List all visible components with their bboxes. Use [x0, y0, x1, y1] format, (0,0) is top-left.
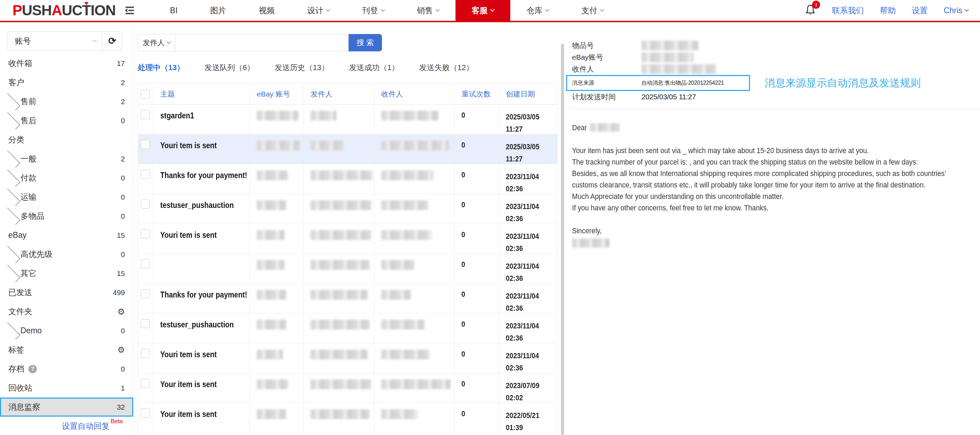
row-checkbox[interactable] [141, 289, 150, 298]
row-checkbox[interactable] [141, 110, 150, 119]
nav-link-Chris[interactable]: Chris [943, 6, 968, 15]
column-header[interactable]: 主题 [153, 84, 250, 104]
column-header[interactable]: eBay 账号 [250, 84, 304, 104]
item-count-badge: 32 [117, 403, 125, 411]
table-row[interactable]: testuser_pushauction02023/11/0402:36 [138, 314, 557, 343]
nav-item-label: 设计 [307, 5, 323, 16]
detail-label: eBay账号 [572, 53, 641, 62]
chevron-down-icon [92, 38, 97, 42]
retry-count-cell: 0 [455, 105, 499, 134]
recipient-cell [374, 164, 455, 194]
table-row[interactable]: stgarden102025/03/0511:27 [138, 105, 557, 134]
table-row[interactable]: Youri tem is sent02025/03/0511:27 [138, 134, 557, 164]
row-checkbox[interactable] [141, 319, 150, 328]
column-header[interactable]: 创建日期 [499, 84, 557, 104]
table-row[interactable]: 02023/11/0402:36 [138, 254, 557, 284]
sidebar-item-消息监察[interactable]: 消息监察32 [0, 397, 133, 417]
nav-link-设置[interactable]: 设置 [912, 5, 928, 16]
item-count-badge: 499 [113, 288, 125, 297]
chevron-right-icon [8, 112, 15, 130]
sidebar-item-一般[interactable]: 一般2 [0, 149, 133, 168]
nav-item-销售[interactable]: 销售 [401, 0, 455, 21]
nav-link-帮助[interactable]: 帮助 [880, 5, 896, 16]
retry-count: 0 [461, 230, 465, 239]
nav-item-图片[interactable]: 图片 [194, 0, 242, 21]
sidebar-item-回收站[interactable]: 回收站1 [0, 378, 133, 397]
sidebar-item-label: 付款 [21, 172, 37, 183]
nav-item-设计[interactable]: 设计 [291, 0, 346, 21]
sidebar-item-多物品[interactable]: 多物品0 [0, 207, 133, 226]
row-checkbox[interactable] [141, 140, 150, 149]
sidebar-item-eBay[interactable]: eBay15 [0, 226, 133, 245]
gear-icon[interactable]: ⚙ [117, 307, 125, 317]
row-checkbox[interactable] [141, 200, 150, 209]
auto-reply-settings-link[interactable]: 设置自动回复 [62, 421, 110, 432]
sidebar-item-已发送[interactable]: 已发送499 [0, 283, 133, 302]
retry-count: 0 [461, 140, 465, 150]
search-button[interactable]: 搜 索 [348, 34, 382, 51]
table-row[interactable]: Thanks for your payment!02023/11/0402:36 [138, 284, 557, 314]
sidebar-item-运输[interactable]: 运输0 [0, 188, 133, 207]
email-line: If you have any other concerns, feel fre… [572, 202, 972, 214]
nav-item-支付[interactable]: 支付 [565, 0, 620, 21]
notification-bell-button[interactable]: ! [805, 4, 816, 17]
sender-filter-select[interactable]: 发件人 [138, 34, 175, 51]
nav-link-联系我们[interactable]: 联系我们 [832, 5, 864, 16]
table-row[interactable]: Thanks for your payment!02023/11/0402:36 [138, 164, 557, 194]
sidebar-item-高优先级[interactable]: 高优先级0 [0, 245, 133, 264]
refresh-button[interactable]: ⟳ [102, 32, 122, 50]
chevron-right-icon [3, 188, 20, 206]
created-date-cell: 2023/11/0402:36 [499, 224, 557, 253]
row-checkbox[interactable] [141, 170, 150, 179]
nav-item-刊登[interactable]: 刊登 [346, 0, 401, 21]
sidebar-collapse-icon[interactable] [116, 0, 136, 21]
tab-发送失败（12）[interactable]: 发送失败（12） [419, 62, 473, 73]
sidebar-item-存档[interactable]: 存档?0 [0, 359, 133, 378]
row-checkbox-cell [138, 284, 153, 313]
item-count-badge: 15 [117, 231, 125, 239]
redacted-ebay-account [257, 290, 286, 300]
tab-发送队列（6）[interactable]: 发送队列（6） [204, 62, 254, 73]
row-checkbox[interactable] [141, 229, 150, 239]
sidebar-item-售前[interactable]: 售前2 [0, 92, 133, 111]
scrollbar-thumb[interactable] [561, 44, 564, 435]
column-header[interactable]: 重试次数 [455, 84, 499, 104]
pushauction-app: PUSHAUCTION BI图片视频设计刊登销售客服仓库支付 ! 联系我们帮助设… [0, 0, 980, 435]
gear-icon[interactable]: ⚙ [117, 345, 125, 355]
table-row[interactable]: testuser_pushauction02023/11/0402:36 [138, 194, 557, 224]
tab-发送历史（13）[interactable]: 发送历史（13） [275, 62, 329, 73]
row-checkbox[interactable] [141, 259, 150, 268]
tab-发送成功（1）[interactable]: 发送成功（1） [349, 62, 399, 73]
select-all-checkbox[interactable] [141, 89, 150, 99]
tab-处理中（13）[interactable]: 处理中（13） [138, 62, 184, 73]
nav-item-客服[interactable]: 客服 [455, 0, 510, 21]
column-header[interactable]: 收件人 [374, 84, 455, 104]
item-count-badge: 0 [121, 365, 125, 373]
sidebar-item-其它[interactable]: 其它15 [0, 264, 133, 283]
nav-item-BI[interactable]: BI [154, 0, 194, 21]
sender-cell [304, 314, 374, 343]
table-row[interactable]: Youri tem is sent02023/11/0402:36 [138, 224, 557, 254]
row-checkbox[interactable] [141, 349, 150, 358]
sidebar-item-收件箱[interactable]: 收件箱17 [0, 54, 133, 73]
sidebar-item-售后[interactable]: 售后0 [0, 111, 133, 130]
row-checkbox[interactable] [141, 379, 150, 388]
search-input[interactable] [175, 34, 348, 51]
table-body: stgarden102025/03/0511:27Youri tem is se… [138, 105, 557, 433]
table-row[interactable]: Your item is sent02023/07/0902:02 [138, 373, 557, 403]
nav-item-仓库[interactable]: 仓库 [510, 0, 565, 21]
table-row[interactable]: Youri tem is sent02023/11/0402:36 [138, 343, 557, 373]
help-icon[interactable]: ? [29, 365, 37, 373]
account-filter-select[interactable]: 账号 [7, 32, 102, 50]
sidebar-item-Demo[interactable]: Demo0 [0, 321, 133, 340]
row-checkbox[interactable] [141, 409, 150, 417]
recipient-cell [374, 284, 455, 313]
column-header[interactable]: 发件人 [304, 84, 374, 104]
table-row[interactable]: Your item is sent02022/05/2101:39 [138, 403, 557, 433]
sidebar-item-付款[interactable]: 付款0 [0, 168, 133, 188]
brand-logo[interactable]: PUSHAUCTION [0, 0, 116, 21]
item-count-badge: 2 [121, 155, 125, 163]
retry-count-cell: 0 [455, 194, 499, 223]
nav-item-视频[interactable]: 视频 [242, 0, 291, 21]
sidebar-item-客户[interactable]: 客户2 [0, 73, 133, 92]
